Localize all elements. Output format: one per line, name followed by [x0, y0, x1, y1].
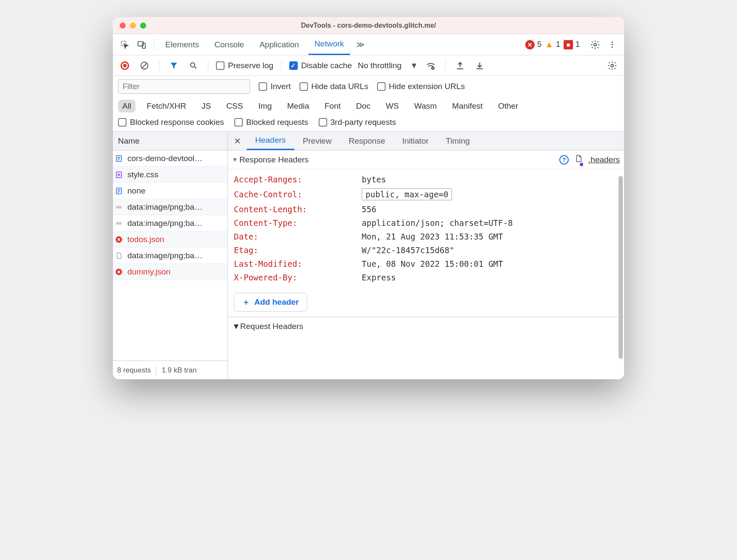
detail-tabs: ✕ Headers Preview Response Initiator Tim…: [228, 132, 624, 150]
type-fetch[interactable]: Fetch/XHR: [142, 100, 190, 113]
separator: [159, 60, 159, 71]
hide-data-urls-toggle[interactable]: Hide data URLs: [299, 82, 368, 91]
error-count[interactable]: ✕ 5: [525, 40, 541, 49]
chevron-down-icon: ▼: [410, 61, 418, 70]
maximize-window-icon[interactable]: [140, 23, 146, 29]
separator: [208, 60, 208, 71]
svg-point-3: [594, 43, 596, 46]
record-button[interactable]: [118, 59, 132, 72]
type-manifest[interactable]: Manifest: [448, 100, 487, 113]
hide-extension-urls-toggle[interactable]: Hide extension URLs: [377, 82, 465, 91]
blocked-cookies-toggle[interactable]: Blocked response cookies: [118, 118, 224, 127]
headers-source-link[interactable]: .headers: [588, 155, 620, 165]
header-row: Cache-Control:public, max-age=0: [234, 186, 618, 202]
request-row[interactable]: data:image/png;ba…: [113, 199, 227, 215]
warning-count[interactable]: ▲ 1: [545, 40, 560, 49]
type-all[interactable]: All: [118, 100, 135, 113]
request-row[interactable]: dummy.json: [113, 264, 227, 280]
header-value: W/"22c-18457c15d68": [362, 245, 454, 255]
header-value: bytes: [362, 175, 386, 184]
preserve-log-toggle[interactable]: Preserve log: [216, 61, 273, 70]
third-party-toggle[interactable]: 3rd-party requests: [319, 118, 396, 127]
tab-application[interactable]: Application: [253, 34, 305, 55]
minimize-window-icon[interactable]: [130, 23, 136, 29]
close-window-icon[interactable]: [120, 23, 126, 29]
checkbox-icon: [216, 61, 225, 70]
type-doc[interactable]: Doc: [352, 100, 375, 113]
help-icon[interactable]: ?: [559, 155, 569, 165]
invert-toggle[interactable]: Invert: [259, 82, 291, 91]
dtab-initiator[interactable]: Initiator: [394, 132, 437, 150]
filter-bar: Invert Hide data URLs Hide extension URL…: [113, 76, 624, 97]
dtab-preview[interactable]: Preview: [294, 132, 340, 150]
type-other[interactable]: Other: [494, 100, 523, 113]
request-name: data:image/png;ba…: [127, 251, 202, 260]
header-row: Last-Modified:Tue, 08 Nov 2022 15:00:01 …: [234, 257, 618, 271]
close-detail-icon[interactable]: ✕: [228, 132, 247, 150]
request-row[interactable]: data:image/png;ba…: [113, 215, 227, 231]
svg-point-8: [190, 63, 195, 67]
kebab-icon[interactable]: [605, 38, 619, 52]
type-img[interactable]: Img: [254, 100, 276, 113]
devtools-window: DevTools - cors-demo-devtools.glitch.me/…: [113, 17, 624, 379]
download-icon[interactable]: [473, 59, 487, 72]
header-key: X-Powered-By:: [234, 273, 362, 282]
throttling-select[interactable]: No throttling ▼: [358, 61, 418, 70]
header-key: Content-Type:: [234, 218, 362, 228]
type-filter-bar: All Fetch/XHR JS CSS Img Media Font Doc …: [113, 97, 624, 115]
svg-point-6: [611, 46, 613, 48]
network-settings-icon[interactable]: [605, 59, 619, 72]
blocked-requests-toggle[interactable]: Blocked requests: [234, 118, 308, 127]
request-type-icon: [115, 251, 123, 260]
blocked-bar: Blocked response cookies Blocked request…: [113, 115, 624, 132]
dtab-timing[interactable]: Timing: [437, 132, 478, 150]
type-wasm[interactable]: Wasm: [410, 100, 441, 113]
scrollbar[interactable]: [619, 176, 623, 359]
upload-icon[interactable]: [453, 59, 467, 72]
dtab-headers[interactable]: Headers: [247, 132, 294, 150]
request-row[interactable]: style.css: [113, 167, 227, 183]
sidebar-header-name[interactable]: Name: [113, 132, 227, 150]
type-js[interactable]: JS: [197, 100, 215, 113]
device-icon[interactable]: [135, 38, 149, 52]
request-headers-section[interactable]: ▼ Request Headers: [228, 317, 624, 335]
type-font[interactable]: Font: [320, 100, 345, 113]
add-header-button[interactable]: ＋ Add header: [234, 293, 307, 312]
svg-rect-14: [116, 206, 122, 208]
filter-icon[interactable]: [167, 59, 181, 72]
response-headers-section[interactable]: ▼ Response Headers ? .headers: [228, 150, 624, 169]
search-icon[interactable]: [187, 59, 200, 72]
type-media[interactable]: Media: [283, 100, 314, 113]
settings-icon[interactable]: [588, 38, 602, 52]
sidebar-footer: 8 requests 1.9 kB tran: [113, 361, 227, 379]
tab-elements[interactable]: Elements: [159, 34, 205, 55]
headers-table: Accept-Ranges:bytesCache-Control:public,…: [228, 169, 624, 288]
issue-icon: ■: [564, 40, 573, 49]
request-name: data:image/png;ba…: [127, 219, 202, 228]
request-row[interactable]: data:image/png;ba…: [113, 248, 227, 264]
separator: [154, 39, 154, 50]
header-row: Date:Mon, 21 Aug 2023 11:53:35 GMT: [234, 230, 618, 243]
issues-count[interactable]: ■ 1: [564, 40, 580, 49]
network-conditions-icon[interactable]: [424, 59, 438, 72]
clear-icon[interactable]: [138, 59, 151, 72]
request-list[interactable]: cors-demo-devtool…style.cssnonedata:imag…: [113, 150, 227, 361]
tab-network[interactable]: Network: [308, 34, 350, 55]
request-row[interactable]: todos.json: [113, 231, 227, 248]
header-value: Express: [362, 273, 396, 282]
type-ws[interactable]: WS: [382, 100, 403, 113]
request-name: cors-demo-devtool…: [127, 154, 202, 163]
dtab-response[interactable]: Response: [340, 132, 394, 150]
svg-point-10: [611, 64, 613, 67]
more-tabs-icon[interactable]: ≫: [354, 38, 367, 52]
type-css[interactable]: CSS: [222, 100, 247, 113]
disable-cache-toggle[interactable]: Disable cache: [289, 61, 352, 70]
disclosure-triangle-icon: ▼: [232, 322, 240, 331]
request-row[interactable]: none: [113, 183, 227, 199]
header-key: Last-Modified:: [234, 259, 362, 268]
filter-input[interactable]: [118, 79, 250, 94]
header-value[interactable]: public, max-age=0: [362, 188, 452, 200]
inspect-icon[interactable]: [118, 38, 132, 52]
request-row[interactable]: cors-demo-devtool…: [113, 150, 227, 167]
tab-console[interactable]: Console: [208, 34, 250, 55]
